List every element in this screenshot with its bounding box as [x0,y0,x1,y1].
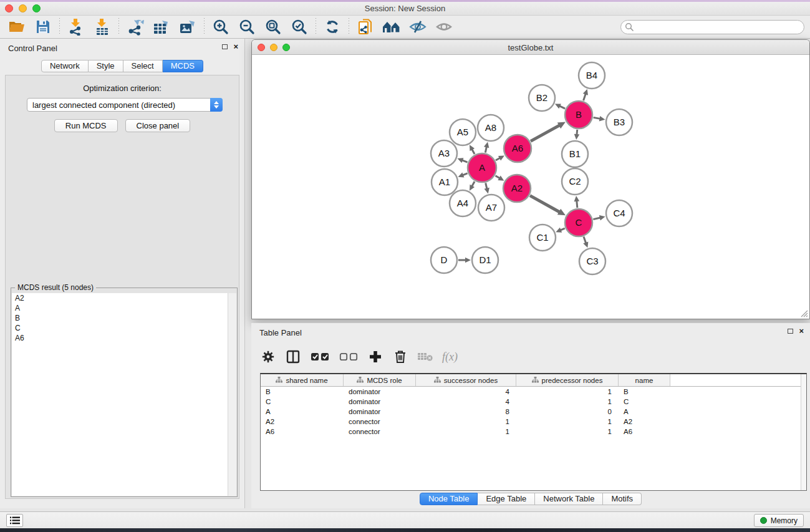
table-cell[interactable]: 1 [416,418,516,425]
column-header-shared-name[interactable]: shared name [261,374,344,386]
zoom-out-icon[interactable] [238,17,256,36]
float-table-panel-icon[interactable] [788,329,793,334]
graph-node-C2[interactable]: C2 [562,168,588,195]
resize-grip-icon[interactable] [799,309,808,317]
float-panel-icon[interactable] [222,44,228,49]
graph-node-B3[interactable]: B3 [606,109,632,135]
mcds-result-item[interactable]: A6 [12,333,228,343]
table-cell[interactable]: A [619,408,670,415]
graph-node-B2[interactable]: B2 [529,85,555,111]
table-cell[interactable]: connector [344,428,416,435]
task-history-button[interactable] [6,514,23,527]
graph-node-A5[interactable]: A5 [450,119,476,145]
function-builder-icon[interactable]: f(x) [442,349,458,365]
table-cell[interactable]: dominator [344,398,416,405]
table-cell[interactable]: B [619,388,670,395]
graph-edge-B-B4[interactable] [583,89,588,100]
table-scrollbar[interactable] [801,374,806,490]
hide-selected-eye-slash-icon[interactable] [408,17,427,36]
table-cell[interactable]: dominator [344,388,416,395]
add-column-icon[interactable] [367,349,383,365]
memory-button[interactable]: Memory [754,514,804,527]
graph-node-C[interactable]: C [565,209,592,236]
criterion-dropdown[interactable]: largest connected component (directed) [27,98,223,112]
table-cell[interactable]: A2 [619,418,670,425]
tab-motifs[interactable]: Motifs [603,493,642,505]
tab-style[interactable]: Style [89,60,123,72]
tab-mcds[interactable]: MCDS [163,60,203,72]
zoom-fit-icon[interactable] [264,17,282,36]
graph-edge-A-A8[interactable] [484,142,489,152]
table-cell[interactable]: B [261,388,344,395]
table-cell[interactable]: A6 [261,428,344,435]
table-cell[interactable]: A2 [261,418,344,425]
table-cell[interactable]: A6 [619,428,670,435]
graph-edge-A-A2[interactable] [496,176,504,181]
graph-edge-B-B1[interactable] [574,130,580,140]
table-cell[interactable]: C [261,398,344,405]
run-mcds-button[interactable]: Run MCDS [54,119,118,132]
graph-node-B1[interactable]: B1 [562,141,588,167]
zoom-in-icon[interactable] [211,17,230,36]
table-cell[interactable]: 1 [516,428,619,435]
graph-edge-C-C4[interactable] [593,215,605,220]
mcds-result-item[interactable]: A2 [12,293,228,303]
graph-node-A2[interactable]: A2 [503,175,531,202]
tab-edge-table[interactable]: Edge Table [478,493,535,505]
table-row[interactable]: A2connector11A2 [261,417,806,427]
tab-node-table[interactable]: Node Table [420,493,478,505]
delete-column-trash-icon[interactable] [392,349,408,365]
graph-edge-A-A1[interactable] [458,173,467,178]
column-header-successor-nodes[interactable]: successor nodes [416,374,516,386]
graph-edge-A6-B[interactable] [531,122,566,142]
table-cell[interactable]: A [261,408,344,415]
network-canvas[interactable]: AA1A2A3A4A5A6A7A8BB1B2B3B4CC1C2C3C4DD1 [252,55,809,319]
graph-node-A[interactable]: A [468,153,496,182]
title-bar[interactable]: Session: New Session [0,2,810,16]
mcds-result-item[interactable]: C [12,323,228,333]
table-row[interactable]: Adominator80A [261,407,806,417]
first-neighbors-icon[interactable] [382,17,401,36]
graph-edge-C-C1[interactable] [556,228,565,233]
table-cell[interactable]: 1 [516,398,619,405]
export-image-icon[interactable] [178,17,197,36]
graph-node-D[interactable]: D [431,247,457,273]
graph-node-D1[interactable]: D1 [472,247,498,273]
graph-node-C4[interactable]: C4 [606,200,632,226]
show-all-eye-icon[interactable] [435,17,453,36]
mcds-result-list[interactable]: A2ABCA6 [12,293,228,496]
graph-edge-A-A6[interactable] [496,155,504,160]
graph-edge-A-A7[interactable] [485,183,489,193]
new-network-from-selection-icon[interactable] [356,17,375,36]
open-file-icon[interactable] [7,17,26,36]
import-network-icon[interactable] [67,17,85,36]
graph-edge-C-C3[interactable] [583,237,588,248]
tab-select[interactable]: Select [123,60,163,72]
graph-node-A7[interactable]: A7 [478,195,504,221]
column-header-name[interactable]: name [619,374,670,386]
export-table-icon[interactable] [152,17,171,36]
import-table-icon[interactable] [93,17,112,36]
network-window-titlebar[interactable]: testGlobe.txt [252,40,809,55]
mcds-result-item[interactable]: B [12,313,228,323]
zoom-selected-icon[interactable] [290,17,309,36]
hide-columns-icon[interactable] [339,349,359,365]
graph-edge-A-A5[interactable] [470,145,475,154]
delete-table-icon[interactable] [417,349,433,365]
mcds-result-scrollbar[interactable] [228,293,236,496]
graph-edge-A2-C[interactable] [530,196,566,216]
table-row[interactable]: Cdominator41C [261,397,806,407]
column-settings-gear-icon[interactable] [260,349,276,365]
table-cell[interactable]: 1 [516,388,619,395]
close-table-panel-icon[interactable]: × [799,328,804,334]
table-cell[interactable]: 1 [416,428,516,435]
close-panel-icon[interactable]: × [233,44,238,50]
table-cell[interactable]: 1 [516,418,619,425]
column-header-predecessor-nodes[interactable]: predecessor nodes [516,374,619,386]
graph-edge-C-C2[interactable] [574,196,580,208]
tab-network[interactable]: Network [41,60,89,72]
table-cell[interactable]: 8 [416,408,516,415]
graph-edge-D-D1[interactable] [458,258,471,263]
table-cell[interactable]: 0 [516,408,619,415]
graph-node-A8[interactable]: A8 [478,115,504,141]
